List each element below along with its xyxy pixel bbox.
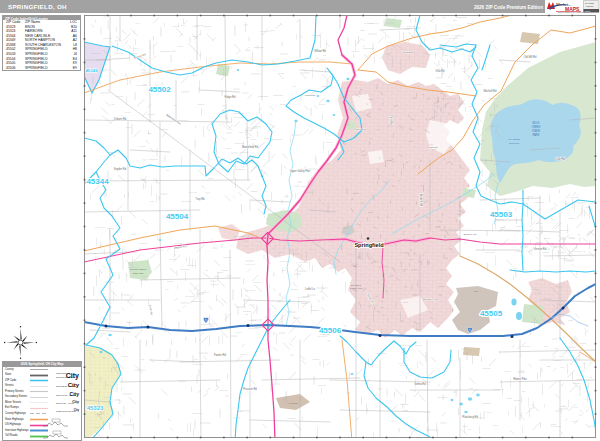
svg-text:Derr Rd: Derr Rd [389, 115, 393, 125]
svg-text:PARK: PARK [533, 133, 540, 137]
svg-text:45505: 45505 [480, 309, 503, 318]
svg-text:Possum Rd: Possum Rd [243, 387, 257, 391]
svg-text:45503: 45503 [490, 210, 513, 219]
svg-text:Southern Hts: Southern Hts [423, 298, 438, 301]
svg-text:Airport Rd: Airport Rd [288, 402, 299, 404]
svg-text:www: www [585, 10, 590, 12]
svg-text:Selma Rd: Selma Rd [414, 382, 426, 386]
svg-text:Old Mill Rd: Old Mill Rd [524, 55, 537, 59]
svg-text:Plattsburg Rd: Plattsburg Rd [462, 415, 478, 419]
svg-text:Country Club: Country Club [350, 287, 364, 289]
svg-text:Villa Rd: Villa Rd [436, 69, 445, 73]
svg-text:Springfield: Springfield [351, 284, 362, 286]
svg-text:STATE: STATE [532, 129, 540, 133]
svg-text:Fowler Rd: Fowler Rd [214, 353, 226, 357]
svg-text:George Rogers: George Rogers [130, 268, 147, 271]
svg-text:70: 70 [204, 319, 208, 323]
svg-text:Wittenberg: Wittenberg [354, 128, 366, 131]
svg-text:BUCK: BUCK [532, 121, 539, 125]
svg-text:MAPS: MAPS [565, 6, 580, 12]
svg-text:Springfield: Springfield [354, 242, 384, 248]
svg-text:45506: 45506 [319, 326, 342, 335]
svg-text:Willow Rd: Willow Rd [314, 49, 326, 53]
svg-text:Mitchell Rd: Mitchell Rd [484, 89, 497, 93]
svg-text:Ridge Rd: Ridge Rd [225, 95, 236, 99]
svg-text:45323: 45323 [87, 405, 104, 411]
svg-text:Leffel Ln: Leffel Ln [305, 287, 315, 291]
svg-text:C.J. Brown: C.J. Brown [508, 138, 520, 141]
svg-text:45344: 45344 [86, 177, 109, 186]
svg-text:Clark Park: Clark Park [132, 272, 144, 275]
svg-text:Troy Rd: Troy Rd [195, 197, 205, 201]
svg-text:70: 70 [468, 329, 472, 333]
svg-text:MAILING: MAILING [585, 2, 594, 4]
svg-text:Upper Valley Pike: Upper Valley Pike [290, 169, 311, 173]
svg-text:Beacon Hts: Beacon Hts [464, 233, 477, 236]
svg-text:Vernon Rd: Vernon Rd [534, 247, 547, 251]
svg-text:Moorefield Rd: Moorefield Rd [242, 145, 259, 149]
svg-text:45502: 45502 [148, 85, 171, 94]
svg-text:45349: 45349 [85, 68, 98, 73]
svg-text:Limecrest: Limecrest [305, 94, 316, 97]
svg-text:Croft Rd: Croft Rd [555, 157, 565, 161]
svg-text:Rebert Pike: Rebert Pike [513, 377, 527, 381]
svg-text:Address: Address [585, 5, 594, 7]
svg-text:Lagonda: Lagonda [428, 146, 438, 149]
svg-text:45504: 45504 [166, 212, 189, 221]
svg-text:Northridge: Northridge [402, 51, 414, 54]
svg-text:CREEK: CREEK [532, 125, 541, 129]
svg-text:KTH: KTH [474, 290, 479, 292]
svg-text:Burnett Rd: Burnett Rd [419, 194, 423, 207]
svg-text:Reservoir: Reservoir [509, 142, 519, 145]
svg-text:Osborn Rd: Osborn Rd [114, 117, 127, 121]
svg-text:Snyder Rd: Snyder Rd [114, 167, 127, 171]
